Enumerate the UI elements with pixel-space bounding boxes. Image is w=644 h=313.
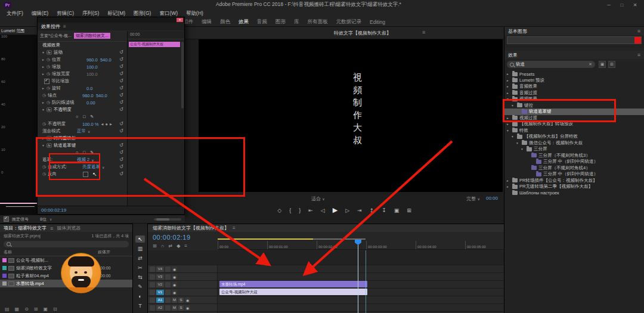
effect-parameter-row[interactable]: 混合模式 正常 ∨ ↺: [38, 128, 127, 135]
disclosure-icon[interactable]: ▾: [507, 97, 510, 101]
sync-lock-icon[interactable]: [165, 266, 171, 272]
reset-icon[interactable]: ↺: [119, 107, 123, 112]
effects-tree-item[interactable]: ▸ PR无缝转场第二季【视频制作大叔】: [504, 184, 644, 190]
scope-scrollbar[interactable]: [154, 218, 181, 221]
hand-tool[interactable]: ◐: [135, 293, 145, 300]
zoom-level-dropdown[interactable]: 适合 ∨: [311, 196, 325, 202]
name-column-header[interactable]: 名称: [4, 249, 12, 255]
label-color-swatch[interactable]: [2, 258, 7, 262]
panel-menu-icon[interactable]: ≡: [63, 24, 66, 29]
effects-tree-item[interactable]: 三分屏 中（斜到中间轨道）: [504, 159, 644, 165]
track-content[interactable]: 公众号-视频制作大叔: [218, 289, 504, 296]
step-back-icon[interactable]: ◁: [321, 207, 325, 213]
effect-parameter-row[interactable]: ▾ fx 轨道遮罩键 ↺: [38, 142, 127, 149]
panel-menu-icon[interactable]: ≡: [637, 52, 640, 58]
clamp-signal-checkbox[interactable]: [4, 216, 9, 222]
reset-icon[interactable]: ↺: [119, 49, 123, 55]
lumetri-tab[interactable]: Lumetri 范围: [0, 27, 37, 35]
stopwatch-icon[interactable]: ◷: [47, 86, 52, 91]
program-monitor-tab[interactable]: 特效文字【视频制作大叔】: [334, 30, 391, 36]
stopwatch-icon[interactable]: ◷: [42, 172, 48, 176]
parameter-value[interactable]: 0.0: [86, 86, 92, 91]
effects-tree-item[interactable]: 轨道遮罩键: [504, 109, 644, 115]
solo-button[interactable]: S: [178, 297, 184, 303]
disclosure-icon[interactable]: ▾: [512, 135, 515, 138]
track-content[interactable]: [218, 304, 504, 311]
parameter-value[interactable]: 960.0 540.0: [86, 57, 112, 63]
mute-button[interactable]: M: [172, 305, 177, 311]
effect-parameter-row[interactable]: ▸ ◷ 缩放宽度 100.0 ↺: [38, 70, 127, 78]
keyframe-nav-icons[interactable]: ◀ ◆ ▶: [101, 122, 113, 126]
stopwatch-icon[interactable]: ◷: [47, 57, 52, 62]
effect-parameter-row[interactable]: ◷ 锚点 960.0 540.0 ↺: [38, 92, 127, 99]
fx-badge-icon[interactable]: fx: [47, 107, 52, 112]
effect-parameter-row[interactable]: ▸ fx 时间重映射: [38, 135, 127, 142]
maximize-button[interactable]: □: [615, 2, 628, 8]
workspace-tab[interactable]: 效果: [234, 18, 253, 26]
track-content[interactable]: [218, 265, 504, 272]
media-start-column-header[interactable]: 媒体开: [98, 249, 129, 255]
menu-item[interactable]: 帮助(H): [182, 10, 208, 17]
new-bin-icon[interactable]: ⊞: [34, 306, 38, 312]
reset-icon[interactable]: ↺: [119, 100, 123, 105]
reset-icon[interactable]: ↺: [119, 57, 123, 62]
scrollbar[interactable]: [181, 42, 184, 109]
reset-icon[interactable]: ↺: [119, 92, 123, 98]
snap-icon[interactable]: ∩: [161, 243, 165, 249]
add-marker-icon[interactable]: ◆: [177, 243, 180, 249]
stopwatch-icon[interactable]: ◷: [47, 72, 52, 76]
panel-menu-icon[interactable]: ≡: [637, 28, 640, 34]
reset-icon[interactable]: ↺: [119, 128, 123, 134]
export-frame-icon[interactable]: ▣: [394, 207, 400, 213]
disclosure-icon[interactable]: ▸: [507, 85, 510, 88]
new-item-icon[interactable]: ▣: [44, 306, 48, 312]
fx-badge-icon[interactable]: fx: [47, 143, 52, 148]
disclosure-icon[interactable]: ▾: [507, 129, 510, 132]
effect-parameter-row[interactable]: 视频效果: [38, 41, 127, 49]
effect-parameter-row[interactable]: ○ □ ✎ ↺: [38, 149, 127, 156]
effects-tree-item[interactable]: 三分屏（不规则对角线4）: [504, 165, 644, 172]
parameter-value[interactable]: 100.0: [86, 64, 98, 70]
expand-icon[interactable]: ▸: [42, 101, 47, 104]
stopwatch-icon[interactable]: ◷: [42, 93, 48, 98]
sync-lock-icon[interactable]: [165, 297, 171, 303]
panel-menu-icon[interactable]: ≡: [233, 225, 236, 231]
workspace-tab[interactable]: 编辑: [197, 18, 216, 26]
essential-graphics-search-bar[interactable]: [507, 36, 642, 44]
delete-icon[interactable]: ⊟: [53, 306, 57, 312]
effect-parameter-row[interactable]: ▾ fx 运动 ↺: [38, 49, 127, 56]
mark-in-icon[interactable]: {: [289, 207, 291, 213]
playhead-timecode[interactable]: 00:00:02:19: [153, 234, 191, 241]
reset-icon[interactable]: ↺: [119, 157, 123, 162]
dropdown-caret-icon[interactable]: ∨: [49, 217, 52, 221]
track-output-icon[interactable]: ◉: [172, 290, 177, 295]
track-target-button[interactable]: V1: [156, 290, 164, 295]
track-output-icon[interactable]: ◉: [172, 266, 177, 272]
reset-icon[interactable]: ↺: [119, 64, 123, 69]
new-custom-bin-icon[interactable]: ▣: [599, 61, 606, 68]
workspace-tab[interactable]: 所有面板: [304, 18, 332, 26]
clear-search-icon[interactable]: ✕: [589, 62, 592, 67]
track-lock-icon[interactable]: [150, 282, 155, 287]
workspace-tab[interactable]: Editing: [366, 19, 389, 25]
playhead-line[interactable]: [358, 240, 358, 313]
invert-checkbox[interactable]: [83, 172, 88, 177]
workspace-tab[interactable]: 音频: [253, 18, 271, 26]
panel-menu-icon[interactable]: ≡: [50, 225, 53, 231]
track-content[interactable]: [218, 296, 504, 303]
sync-lock-icon[interactable]: [165, 282, 171, 287]
disclosure-icon[interactable]: ▸: [507, 91, 510, 95]
disclosure-icon[interactable]: ▾: [512, 104, 515, 107]
track-output-icon[interactable]: ◉: [172, 282, 177, 287]
go-to-out-icon[interactable]: ⇥: [357, 207, 362, 213]
reset-icon[interactable]: ↺: [119, 150, 123, 155]
stopwatch-icon[interactable]: ◷: [42, 122, 48, 126]
expand-icon[interactable]: ▾: [42, 51, 47, 54]
reset-icon[interactable]: ↺: [119, 78, 123, 83]
expand-icon[interactable]: ▸: [42, 137, 47, 140]
workspace-tab[interactable]: 图形: [271, 18, 290, 26]
effect-parameter-row[interactable]: ▸ ◷ 缩放 100.0 ↺: [38, 63, 127, 70]
pen-tool[interactable]: ✎: [135, 283, 145, 290]
effects-tree-item[interactable]: ▸ 音频效果: [504, 83, 644, 90]
sync-lock-icon[interactable]: [165, 290, 171, 295]
